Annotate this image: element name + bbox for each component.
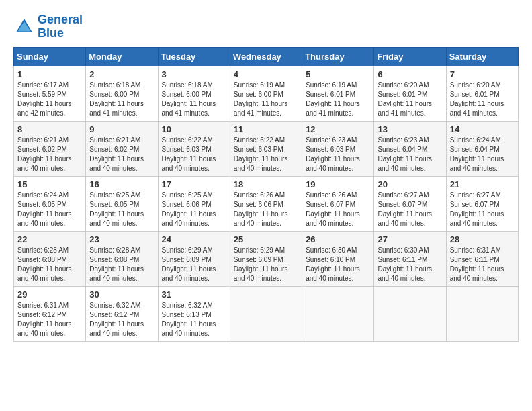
- day-number: 22: [17, 234, 82, 244]
- header-monday: Monday: [86, 47, 158, 66]
- day-info: Sunrise: 6:19 AMSunset: 6:01 PMDaylight:…: [306, 81, 370, 118]
- day-number: 20: [378, 179, 442, 189]
- calendar-cell: 10Sunrise: 6:22 AMSunset: 6:03 PMDayligh…: [158, 121, 230, 176]
- day-number: 18: [234, 179, 298, 189]
- day-number: 15: [17, 179, 82, 189]
- day-info: Sunrise: 6:32 AMSunset: 6:13 PMDaylight:…: [162, 301, 226, 338]
- calendar-cell: 16Sunrise: 6:25 AMSunset: 6:05 PMDayligh…: [86, 176, 158, 231]
- day-info: Sunrise: 6:28 AMSunset: 6:08 PMDaylight:…: [89, 246, 154, 283]
- day-number: 10: [162, 124, 226, 134]
- calendar-cell: 11Sunrise: 6:22 AMSunset: 6:03 PMDayligh…: [230, 121, 302, 176]
- day-info: Sunrise: 6:31 AMSunset: 6:12 PMDaylight:…: [17, 301, 82, 338]
- day-number: 17: [162, 179, 226, 189]
- logo-text: General Blue: [38, 13, 83, 40]
- day-info: Sunrise: 6:20 AMSunset: 6:01 PMDaylight:…: [378, 81, 442, 118]
- day-info: Sunrise: 6:21 AMSunset: 6:02 PMDaylight:…: [17, 136, 82, 173]
- day-number: 26: [306, 234, 370, 244]
- calendar-cell: [446, 286, 518, 341]
- day-number: 14: [450, 124, 515, 134]
- day-number: 2: [89, 69, 154, 79]
- day-info: Sunrise: 6:18 AMSunset: 6:00 PMDaylight:…: [89, 81, 154, 118]
- logo-icon: [13, 16, 35, 38]
- week-row-4: 22Sunrise: 6:28 AMSunset: 6:08 PMDayligh…: [14, 231, 519, 286]
- day-number: 19: [306, 179, 370, 189]
- day-number: 30: [89, 289, 154, 300]
- calendar-cell: 8Sunrise: 6:21 AMSunset: 6:02 PMDaylight…: [14, 121, 86, 176]
- day-number: 21: [450, 179, 515, 189]
- header-tuesday: Tuesday: [158, 47, 230, 66]
- calendar-cell: 1Sunrise: 6:17 AMSunset: 5:59 PMDaylight…: [14, 66, 86, 121]
- day-info: Sunrise: 6:22 AMSunset: 6:03 PMDaylight:…: [162, 136, 226, 173]
- week-row-1: 1Sunrise: 6:17 AMSunset: 5:59 PMDaylight…: [14, 66, 519, 121]
- logo: General Blue: [13, 13, 83, 40]
- calendar-cell: 21Sunrise: 6:27 AMSunset: 6:07 PMDayligh…: [446, 176, 518, 231]
- calendar-cell: 17Sunrise: 6:25 AMSunset: 6:06 PMDayligh…: [158, 176, 230, 231]
- calendar-cell: 20Sunrise: 6:27 AMSunset: 6:07 PMDayligh…: [374, 176, 446, 231]
- calendar-cell: 3Sunrise: 6:18 AMSunset: 6:00 PMDaylight…: [158, 66, 230, 121]
- calendar-cell: [230, 286, 302, 341]
- calendar-cell: 19Sunrise: 6:26 AMSunset: 6:07 PMDayligh…: [302, 176, 374, 231]
- calendar-cell: 26Sunrise: 6:30 AMSunset: 6:10 PMDayligh…: [302, 231, 374, 286]
- calendar-cell: 14Sunrise: 6:24 AMSunset: 6:04 PMDayligh…: [446, 121, 518, 176]
- day-info: Sunrise: 6:30 AMSunset: 6:11 PMDaylight:…: [378, 246, 442, 283]
- day-info: Sunrise: 6:24 AMSunset: 6:04 PMDaylight:…: [450, 136, 515, 173]
- day-number: 23: [89, 234, 154, 244]
- header-friday: Friday: [374, 47, 446, 66]
- day-number: 3: [162, 69, 226, 79]
- day-number: 11: [234, 124, 298, 134]
- day-info: Sunrise: 6:25 AMSunset: 6:06 PMDaylight:…: [162, 191, 226, 228]
- calendar-cell: 7Sunrise: 6:20 AMSunset: 6:01 PMDaylight…: [446, 66, 518, 121]
- calendar-cell: 2Sunrise: 6:18 AMSunset: 6:00 PMDaylight…: [86, 66, 158, 121]
- calendar-cell: 4Sunrise: 6:19 AMSunset: 6:00 PMDaylight…: [230, 66, 302, 121]
- day-number: 5: [306, 69, 370, 79]
- calendar-cell: 29Sunrise: 6:31 AMSunset: 6:12 PMDayligh…: [14, 286, 86, 341]
- day-number: 6: [378, 69, 442, 79]
- day-info: Sunrise: 6:25 AMSunset: 6:05 PMDaylight:…: [89, 191, 154, 228]
- day-number: 12: [306, 124, 370, 134]
- calendar-cell: 18Sunrise: 6:26 AMSunset: 6:06 PMDayligh…: [230, 176, 302, 231]
- page-header: General Blue: [13, 13, 519, 40]
- day-info: Sunrise: 6:18 AMSunset: 6:00 PMDaylight:…: [162, 81, 226, 118]
- day-info: Sunrise: 6:22 AMSunset: 6:03 PMDaylight:…: [234, 136, 298, 173]
- calendar-cell: 28Sunrise: 6:31 AMSunset: 6:11 PMDayligh…: [446, 231, 518, 286]
- calendar-cell: 9Sunrise: 6:21 AMSunset: 6:02 PMDaylight…: [86, 121, 158, 176]
- day-number: 4: [234, 69, 298, 79]
- calendar-table: SundayMondayTuesdayWednesdayThursdayFrid…: [13, 47, 519, 342]
- day-info: Sunrise: 6:30 AMSunset: 6:10 PMDaylight:…: [306, 246, 370, 283]
- day-number: 9: [89, 124, 154, 134]
- day-info: Sunrise: 6:28 AMSunset: 6:08 PMDaylight:…: [17, 246, 82, 283]
- day-info: Sunrise: 6:27 AMSunset: 6:07 PMDaylight:…: [378, 191, 442, 228]
- day-number: 27: [378, 234, 442, 244]
- day-info: Sunrise: 6:29 AMSunset: 6:09 PMDaylight:…: [234, 246, 298, 283]
- calendar-cell: 30Sunrise: 6:32 AMSunset: 6:12 PMDayligh…: [86, 286, 158, 341]
- header-thursday: Thursday: [302, 47, 374, 66]
- calendar-cell: 15Sunrise: 6:24 AMSunset: 6:05 PMDayligh…: [14, 176, 86, 231]
- day-info: Sunrise: 6:32 AMSunset: 6:12 PMDaylight:…: [89, 301, 154, 338]
- header-sunday: Sunday: [14, 47, 86, 66]
- day-info: Sunrise: 6:19 AMSunset: 6:00 PMDaylight:…: [234, 81, 298, 118]
- calendar-cell: 31Sunrise: 6:32 AMSunset: 6:13 PMDayligh…: [158, 286, 230, 341]
- calendar-cell: 23Sunrise: 6:28 AMSunset: 6:08 PMDayligh…: [86, 231, 158, 286]
- day-info: Sunrise: 6:20 AMSunset: 6:01 PMDaylight:…: [450, 81, 515, 118]
- header-wednesday: Wednesday: [230, 47, 302, 66]
- week-row-2: 8Sunrise: 6:21 AMSunset: 6:02 PMDaylight…: [14, 121, 519, 176]
- day-info: Sunrise: 6:23 AMSunset: 6:03 PMDaylight:…: [306, 136, 370, 173]
- day-info: Sunrise: 6:21 AMSunset: 6:02 PMDaylight:…: [89, 136, 154, 173]
- day-number: 28: [450, 234, 515, 244]
- calendar-cell: 24Sunrise: 6:29 AMSunset: 6:09 PMDayligh…: [158, 231, 230, 286]
- day-number: 31: [162, 289, 226, 300]
- day-info: Sunrise: 6:26 AMSunset: 6:06 PMDaylight:…: [234, 191, 298, 228]
- week-row-3: 15Sunrise: 6:24 AMSunset: 6:05 PMDayligh…: [14, 176, 519, 231]
- day-number: 13: [378, 124, 442, 134]
- day-info: Sunrise: 6:29 AMSunset: 6:09 PMDaylight:…: [162, 246, 226, 283]
- calendar-cell: [374, 286, 446, 341]
- calendar-cell: 5Sunrise: 6:19 AMSunset: 6:01 PMDaylight…: [302, 66, 374, 121]
- calendar-cell: 6Sunrise: 6:20 AMSunset: 6:01 PMDaylight…: [374, 66, 446, 121]
- calendar-cell: 27Sunrise: 6:30 AMSunset: 6:11 PMDayligh…: [374, 231, 446, 286]
- day-info: Sunrise: 6:17 AMSunset: 5:59 PMDaylight:…: [17, 81, 82, 118]
- header-saturday: Saturday: [446, 47, 518, 66]
- day-info: Sunrise: 6:26 AMSunset: 6:07 PMDaylight:…: [306, 191, 370, 228]
- calendar-cell: 25Sunrise: 6:29 AMSunset: 6:09 PMDayligh…: [230, 231, 302, 286]
- day-info: Sunrise: 6:31 AMSunset: 6:11 PMDaylight:…: [450, 246, 515, 283]
- calendar-cell: 22Sunrise: 6:28 AMSunset: 6:08 PMDayligh…: [14, 231, 86, 286]
